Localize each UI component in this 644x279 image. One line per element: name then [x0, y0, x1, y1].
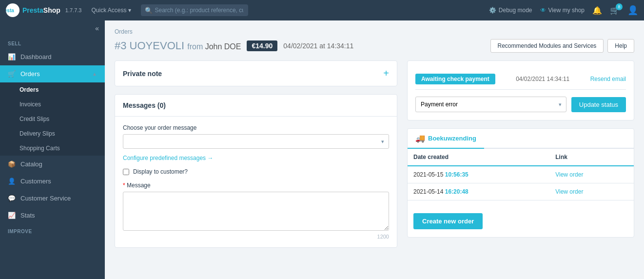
boekuwzending-card: 🚚 Boekuwzending Date created Link: [407, 128, 634, 238]
tab-boekuwzending[interactable]: 🚚 Boekuwzending: [408, 129, 484, 149]
help-button[interactable]: Help: [607, 39, 634, 53]
orders-submenu: Orders Invoices Credit Slips Delivery Sl…: [0, 82, 105, 156]
configure-messages-link[interactable]: Configure predefined messages →: [123, 155, 389, 161]
table-cell-link: View order: [549, 166, 634, 183]
breadcrumb[interactable]: Orders: [115, 28, 634, 35]
chevron-up-icon: ▲: [92, 71, 97, 77]
sidebar-item-orders[interactable]: 🛒 Orders ▲: [0, 65, 105, 82]
messages-body: Choose your order message ▾ Configure pr…: [115, 117, 397, 247]
customer-full-name: John DOE: [205, 42, 241, 51]
resend-email-link[interactable]: Resend email: [590, 76, 626, 82]
sidebar-item-label: Customers: [20, 178, 51, 185]
sidebar-toggle-button[interactable]: «: [0, 20, 105, 36]
col-link: Link: [549, 149, 634, 166]
sidebar-item-label: Dashboard: [20, 53, 52, 60]
orders-icon: 🛒: [8, 70, 16, 78]
view-order-link-1[interactable]: View order: [555, 171, 583, 178]
sidebar-subitem-orders[interactable]: Orders: [0, 82, 105, 97]
customers-icon: 👤: [8, 178, 16, 185]
catalog-icon: 📦: [8, 160, 16, 168]
col-date-created: Date created: [408, 149, 549, 166]
customer-name: UOYEVOLI: [130, 40, 184, 52]
main-content: Orders #3 UOYEVOLI from John DOE €14.90 …: [105, 20, 644, 279]
recommended-modules-button[interactable]: Recommended Modules and Services: [490, 39, 604, 53]
sidebar-item-label: Catalog: [20, 160, 42, 168]
table-row: 2021-05-14 16:20:48 View order: [408, 183, 634, 200]
message-label: Message: [123, 182, 389, 189]
date-part: 2021-05-15: [413, 171, 443, 178]
table-cell-date: 2021-05-14 16:20:48: [408, 183, 549, 200]
right-column: Awaiting check payment 04/02/2021 14:34:…: [407, 60, 634, 248]
orders-table: Date created Link 2021-05-15 10:56:35: [408, 149, 634, 200]
status-select-wrap: Payment error Awaiting check payment Pro…: [415, 97, 566, 112]
price-badge: €14.90: [247, 40, 277, 51]
logo-area: PrestaShop PrestaShop 1.7.7.3: [6, 3, 81, 17]
display-to-customer-row: Display to customer?: [123, 168, 389, 175]
app-name: PrestaShop: [22, 6, 60, 14]
content-grid: Private note + Messages (0) Choose your …: [115, 60, 634, 248]
top-navigation: PrestaShop PrestaShop 1.7.7.3 Quick Acce…: [0, 0, 644, 20]
order-number: #3: [115, 40, 126, 52]
page-title: #3 UOYEVOLI from John DOE: [115, 40, 241, 52]
header-buttons: Recommended Modules and Services Help: [490, 39, 634, 53]
status-select[interactable]: Payment error Awaiting check payment Pro…: [415, 97, 566, 112]
table-header-row: Date created Link: [408, 149, 634, 166]
app-version: 1.7.7.3: [65, 7, 82, 13]
chevron-down-icon: ▾: [128, 7, 131, 14]
display-customer-label[interactable]: Display to customer?: [133, 168, 188, 175]
sidebar-item-catalog[interactable]: 📦 Catalog: [0, 156, 105, 173]
table-cell-date: 2021-05-15 10:56:35: [408, 166, 549, 183]
sidebar-item-label: Customer Service: [20, 195, 71, 202]
sidebar-subitem-shopping-carts[interactable]: Shopping Carts: [0, 141, 105, 156]
char-count: 1200: [123, 234, 389, 239]
search-input[interactable]: [141, 4, 248, 16]
status-row: Awaiting check payment 04/02/2021 14:34:…: [415, 69, 626, 90]
update-status-button[interactable]: Update status: [571, 97, 626, 112]
sidebar-item-stats[interactable]: 📈 Stats: [0, 207, 105, 224]
messages-card: Messages (0) Choose your order message ▾…: [115, 94, 397, 248]
table-head: Date created Link: [408, 149, 634, 166]
sidebar-item-customers[interactable]: 👤 Customers: [0, 173, 105, 190]
display-customer-checkbox[interactable]: [123, 169, 129, 175]
improve-section-label: IMPROVE: [0, 224, 105, 236]
dashboard-icon: 📊: [8, 53, 16, 60]
sidebar-item-dashboard[interactable]: 📊 Dashboard: [0, 48, 105, 65]
search-wrapper: 🔍: [141, 4, 248, 16]
search-icon: 🔍: [145, 7, 153, 14]
user-avatar-icon[interactable]: 👤: [627, 5, 638, 16]
sell-section-label: SELL: [0, 36, 105, 48]
notification-bell-icon[interactable]: 🔔: [592, 6, 602, 15]
sidebar-subitem-delivery-slips[interactable]: Delivery Slips: [0, 126, 105, 141]
create-order-section: Create new order: [408, 200, 634, 237]
tab-label: Boekuwzending: [428, 135, 476, 142]
debug-mode-button[interactable]: ⚙️ Debug mode: [489, 7, 532, 14]
view-shop-button[interactable]: 👁 View my shop: [540, 7, 585, 14]
create-new-order-button[interactable]: Create new order: [413, 213, 483, 229]
view-order-link-2[interactable]: View order: [555, 188, 583, 195]
add-note-button[interactable]: +: [383, 68, 389, 79]
sidebar-item-customer-service[interactable]: 💬 Customer Service: [0, 190, 105, 207]
private-note-card: Private note +: [115, 60, 397, 86]
status-update-row: Payment error Awaiting check payment Pro…: [415, 97, 626, 112]
date-part: 2021-05-14: [413, 188, 443, 195]
quick-access-button[interactable]: Quick Access ▾: [87, 5, 135, 16]
message-textarea[interactable]: [123, 192, 389, 231]
logo-text: PrestaShop: [6, 8, 20, 13]
page-header: #3 UOYEVOLI from John DOE €14.90 04/02/2…: [115, 39, 634, 53]
logo-icon: PrestaShop: [6, 3, 20, 17]
sidebar-subitem-credit-slips[interactable]: Credit Slips: [0, 112, 105, 126]
message-select[interactable]: [123, 134, 389, 149]
private-note-header: Private note +: [115, 61, 397, 86]
choose-message-label: Choose your order message: [123, 124, 389, 131]
table-cell-link: View order: [549, 183, 634, 200]
tab-content: Date created Link 2021-05-15 10:56:35: [408, 149, 634, 237]
truck-icon: 🚚: [415, 134, 425, 143]
cart-icon-wrap[interactable]: 🛒 8: [610, 6, 620, 15]
private-note-title: Private note: [123, 70, 162, 78]
time-part: 16:20:48: [445, 188, 468, 195]
cart-badge: 8: [616, 3, 623, 10]
order-date: 04/02/2021 at 14:34:11: [283, 42, 353, 50]
message-select-wrap: ▾: [123, 134, 389, 149]
sidebar-subitem-invoices[interactable]: Invoices: [0, 97, 105, 112]
from-label: from: [187, 42, 205, 51]
